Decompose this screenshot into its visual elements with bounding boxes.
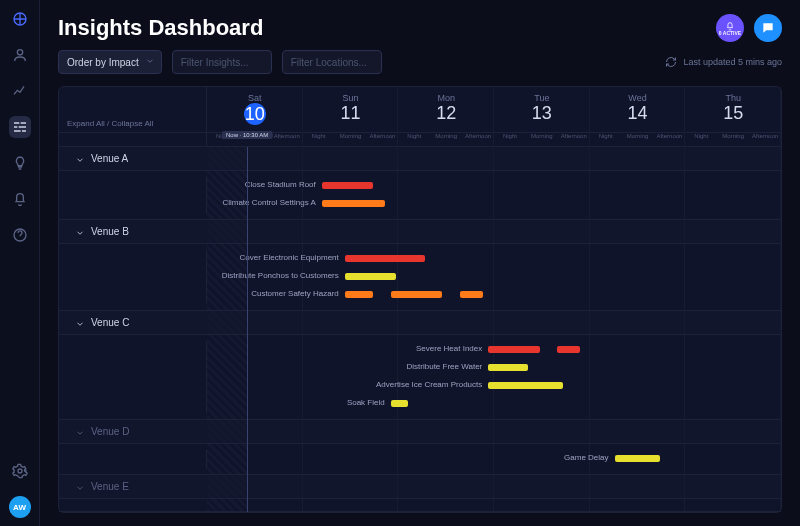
venue-name: Venue D xyxy=(91,426,129,437)
day-number: 13 xyxy=(494,103,590,123)
refresh-label: Last updated 5 mins ago xyxy=(683,57,782,67)
page-title: Insights Dashboard xyxy=(58,15,706,41)
insight-row: Climate Control Settings A xyxy=(59,195,781,213)
insight-row: Distribute Free Water xyxy=(59,359,781,377)
day-weekday: Wed xyxy=(590,93,686,103)
venue-header[interactable]: Venue C xyxy=(59,311,781,335)
chevron-down-icon xyxy=(75,319,83,327)
insight-bar[interactable] xyxy=(615,455,661,462)
insight-row: Advertise Ice Cream Products xyxy=(59,377,781,395)
settings-gear-icon[interactable] xyxy=(9,460,31,482)
insight-row: Game Delay xyxy=(59,450,781,468)
day-number: 11 xyxy=(303,103,399,123)
insight-bar[interactable] xyxy=(345,273,397,280)
insight-row: Close Stadium Roof xyxy=(59,177,781,195)
expand-all-label: Expand All / Collapse All xyxy=(67,119,153,128)
insight-bar[interactable] xyxy=(345,291,374,298)
lightbulb-icon[interactable] xyxy=(9,152,31,174)
insight-label: Cover Electronic Equipment xyxy=(240,253,345,262)
sidebar: AW xyxy=(0,0,40,526)
expand-collapse-all[interactable]: Expand All / Collapse All xyxy=(59,87,207,132)
venue-header[interactable]: Venue D xyxy=(59,420,781,444)
day-weekday: Sat xyxy=(207,93,303,103)
svg-point-3 xyxy=(18,469,22,473)
day-column[interactable]: Mon12 xyxy=(398,87,494,132)
venue-header[interactable]: Venue B xyxy=(59,220,781,244)
avatar[interactable]: AW xyxy=(9,496,31,518)
insight-bar[interactable] xyxy=(460,291,483,298)
insight-bar[interactable] xyxy=(391,400,408,407)
day-number: 14 xyxy=(590,103,686,123)
insight-bar[interactable] xyxy=(488,382,563,389)
insight-row: Distribute Ponchos to Customers xyxy=(59,268,781,286)
venue-header[interactable]: Venue A xyxy=(59,147,781,171)
chevron-down-icon xyxy=(75,428,83,436)
logo-icon[interactable] xyxy=(9,8,31,30)
order-select[interactable]: Order by Impact xyxy=(58,50,162,74)
help-icon[interactable] xyxy=(9,224,31,246)
insight-label: Soak Field xyxy=(347,398,391,407)
user-icon[interactable] xyxy=(9,44,31,66)
chat-button[interactable] xyxy=(754,14,782,42)
venue-name: Venue C xyxy=(91,317,129,328)
day-weekday: Sun xyxy=(303,93,399,103)
day-weekday: Thu xyxy=(685,93,781,103)
chevron-down-icon xyxy=(75,483,83,491)
insight-bar[interactable] xyxy=(345,255,425,262)
insight-label: Distribute Free Water xyxy=(407,362,489,371)
day-number: 12 xyxy=(398,103,494,123)
insight-bar[interactable] xyxy=(391,291,443,298)
insight-label: Severe Heat Index xyxy=(416,344,488,353)
filter-insights-input[interactable] xyxy=(172,50,272,74)
day-number: 15 xyxy=(685,103,781,123)
insight-bar[interactable] xyxy=(557,346,580,353)
insight-row: Cover Electronic Equipment xyxy=(59,250,781,268)
timeline: Expand All / Collapse All Sat10Sun11Mon1… xyxy=(58,86,782,513)
venue-name: Venue B xyxy=(91,226,129,237)
insight-bar[interactable] xyxy=(488,346,540,353)
day-column[interactable]: Wed14 xyxy=(590,87,686,132)
day-column[interactable]: Tue13 xyxy=(494,87,590,132)
refresh-button[interactable]: Last updated 5 mins ago xyxy=(665,56,782,68)
insight-label: Game Delay xyxy=(564,453,614,462)
trend-icon[interactable] xyxy=(9,80,31,102)
filter-locations-input[interactable] xyxy=(282,50,382,74)
chevron-down-icon xyxy=(75,155,83,163)
insight-row: Soak Field xyxy=(59,395,781,413)
insight-label: Advertise Ice Cream Products xyxy=(376,380,488,389)
order-select-label: Order by Impact xyxy=(67,57,139,68)
notifications-button[interactable]: 0 ACTIVE xyxy=(716,14,744,42)
chevron-down-icon xyxy=(75,228,83,236)
venue-name: Venue A xyxy=(91,153,128,164)
day-weekday: Mon xyxy=(398,93,494,103)
day-column[interactable]: Thu15 xyxy=(685,87,781,132)
venue-name: Venue E xyxy=(91,481,129,492)
venue-header[interactable]: Venue E xyxy=(59,475,781,499)
insights-icon[interactable] xyxy=(9,116,31,138)
insight-label: Distribute Ponchos to Customers xyxy=(222,271,345,280)
day-column[interactable]: Sun11 xyxy=(303,87,399,132)
insight-row: Customer Safety Hazard xyxy=(59,286,781,304)
day-weekday: Tue xyxy=(494,93,590,103)
insight-bar[interactable] xyxy=(322,200,385,207)
insight-bar[interactable] xyxy=(322,182,374,189)
svg-point-1 xyxy=(17,50,22,55)
chevron-down-icon xyxy=(145,56,155,68)
insight-label: Climate Control Settings A xyxy=(222,198,321,207)
day-number: 10 xyxy=(244,103,266,125)
insight-label: Close Stadium Roof xyxy=(245,180,322,189)
notifications-label: 0 ACTIVE xyxy=(719,31,741,36)
bell-icon[interactable] xyxy=(9,188,31,210)
day-column[interactable]: Sat10 xyxy=(207,87,303,132)
insight-label: Customer Safety Hazard xyxy=(251,289,345,298)
now-indicator: Now · 10:30 AM xyxy=(222,131,272,139)
insight-row: Severe Heat Index xyxy=(59,341,781,359)
insight-bar[interactable] xyxy=(488,364,528,371)
